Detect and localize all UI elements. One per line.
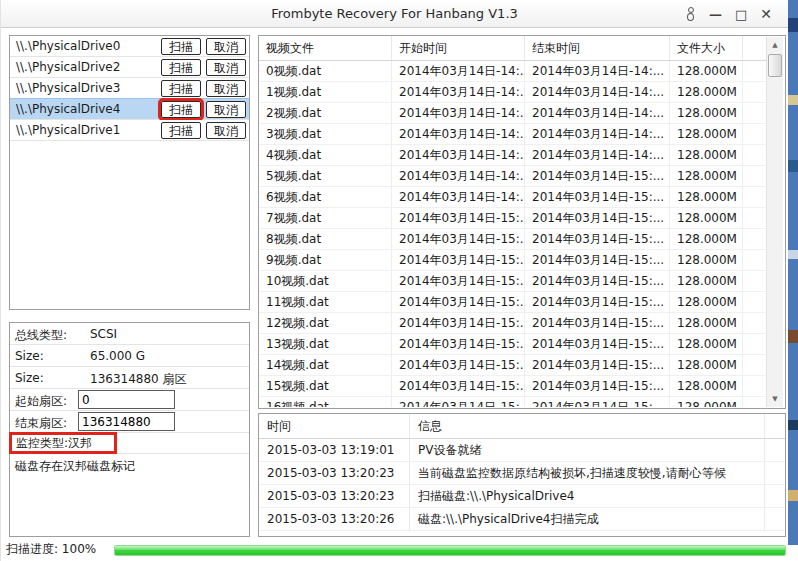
col-header-info: 信息 xyxy=(410,414,765,438)
cell-start-time: 2014年03月14日-15:... xyxy=(392,208,525,228)
maximize-button[interactable]: □ xyxy=(735,8,747,21)
drive-row[interactable]: \\.\PhysicalDrive1 扫描 取消 xyxy=(10,120,249,141)
video-file-row[interactable]: 14视频.dat 2014年03月14日-15:... 2014年03月14日-… xyxy=(259,355,766,376)
cell-filler xyxy=(743,397,766,407)
minimize-button[interactable]: — xyxy=(709,8,722,21)
cell-start-time: 2014年03月14日-14:... xyxy=(392,103,525,123)
end-sector-input[interactable] xyxy=(78,412,175,431)
video-file-row[interactable]: 2视频.dat 2014年03月14日-14:... 2014年03月14日-1… xyxy=(259,103,766,124)
file-table-scrollbar[interactable]: ▲ ▼ xyxy=(766,37,783,407)
cell-end-time: 2014年03月14日-14:... xyxy=(525,61,670,81)
size-sectors-row: Size: 136314880 扇区 xyxy=(10,367,249,389)
video-file-row[interactable]: 5视频.dat 2014年03月14日-14:... 2014年03月14日-1… xyxy=(259,166,766,187)
drive-row[interactable]: \\.\PhysicalDrive2 扫描 取消 xyxy=(10,57,249,78)
video-file-row[interactable]: 4视频.dat 2014年03月14日-14:... 2014年03月14日-1… xyxy=(259,145,766,166)
col-header-end-time: 结束时间 xyxy=(525,36,670,60)
cell-file-size: 128.000M xyxy=(670,313,743,333)
cell-filler xyxy=(743,103,766,123)
scan-button[interactable]: 扫描 xyxy=(161,122,201,139)
video-file-row[interactable]: 6视频.dat 2014年03月14日-14:... 2014年03月14日-1… xyxy=(259,187,766,208)
cell-log-info: 当前磁盘监控数据原结构被损坏,扫描速度较慢,请耐心等候 xyxy=(410,462,765,484)
drive-row[interactable]: \\.\PhysicalDrive0 扫描 取消 xyxy=(10,36,249,57)
video-file-row[interactable]: 1视频.dat 2014年03月14日-14:... 2014年03月14日-1… xyxy=(259,82,766,103)
cancel-button[interactable]: 取消 xyxy=(206,38,246,55)
cell-video-file: 5视频.dat xyxy=(259,166,392,186)
scan-button[interactable]: 扫描 xyxy=(161,38,201,55)
scrollbar-thumb[interactable] xyxy=(768,54,782,77)
cell-end-time: 2014年03月14日-15:... xyxy=(525,250,670,270)
cell-log-filler xyxy=(765,508,785,530)
cell-end-time: 2014年03月14日-14:... xyxy=(525,145,670,165)
col-header-video-file: 视频文件 xyxy=(259,36,392,60)
cell-start-time: 2014年03月14日-14:... xyxy=(392,124,525,144)
log-row[interactable]: 2015-03-03 13:20:23 当前磁盘监控数据原结构被损坏,扫描速度较… xyxy=(259,462,785,485)
cell-end-time: 2014年03月14日-15:... xyxy=(525,397,670,407)
cell-video-file: 7视频.dat xyxy=(259,208,392,228)
col-header-file-size: 文件大小 xyxy=(670,36,743,60)
size-sectors-value: 136314880 扇区 xyxy=(90,371,187,388)
cell-filler xyxy=(743,82,766,102)
video-file-row[interactable]: 3视频.dat 2014年03月14日-14:... 2014年03月14日-1… xyxy=(259,124,766,145)
cell-log-time: 2015-03-03 13:19:01 xyxy=(259,439,410,461)
disk-info-panel: 总线类型: SCSI Size: 65.000 G Size: 13631488… xyxy=(9,322,250,537)
cell-end-time: 2014年03月14日-14:... xyxy=(525,124,670,144)
cell-filler xyxy=(743,355,766,375)
cancel-button[interactable]: 取消 xyxy=(206,59,246,76)
drive-row[interactable]: \\.\PhysicalDrive4 扫描 取消 xyxy=(10,98,249,120)
cell-log-time: 2015-03-03 13:20:23 xyxy=(259,462,410,484)
cell-end-time: 2014年03月14日-15:... xyxy=(525,166,670,186)
video-file-row[interactable]: 16视频.dat 2014年03月14日-15:... 2014年03月14日-… xyxy=(259,397,766,407)
video-file-row[interactable]: 10视频.dat 2014年03月14日-15:... 2014年03月14日-… xyxy=(259,271,766,292)
video-file-row[interactable]: 13视频.dat 2014年03月14日-15:... 2014年03月14日-… xyxy=(259,334,766,355)
cell-log-time: 2015-03-03 13:20:26 xyxy=(259,508,410,530)
log-row[interactable]: 2015-03-03 13:20:23 扫描磁盘:\\.\PhysicalDri… xyxy=(259,485,785,508)
scroll-down-icon[interactable]: ▼ xyxy=(767,391,783,407)
video-file-row[interactable]: 7视频.dat 2014年03月14日-15:... 2014年03月14日-1… xyxy=(259,208,766,229)
video-file-row[interactable]: 11视频.dat 2014年03月14日-15:... 2014年03月14日-… xyxy=(259,292,766,313)
col-header-log-filler xyxy=(765,414,785,438)
scan-button[interactable]: 扫描 xyxy=(161,80,201,97)
cell-video-file: 2视频.dat xyxy=(259,103,392,123)
cell-file-size: 128.000M xyxy=(670,334,743,354)
size-gb-row: Size: 65.000 G xyxy=(10,345,249,367)
video-table-body: 0视频.dat 2014年03月14日-14:... 2014年03月14日-1… xyxy=(259,61,766,407)
start-sector-label: 起始扇区: xyxy=(15,393,67,410)
cell-video-file: 3视频.dat xyxy=(259,124,392,144)
start-sector-row: 起始扇区: xyxy=(10,389,249,411)
log-row[interactable]: 2015-03-03 13:20:26 磁盘:\\.\PhysicalDrive… xyxy=(259,508,785,531)
video-file-row[interactable]: 0视频.dat 2014年03月14日-14:... 2014年03月14日-1… xyxy=(259,61,766,82)
cancel-button[interactable]: 取消 xyxy=(206,101,246,118)
video-file-row[interactable]: 15视频.dat 2014年03月14日-15:... 2014年03月14日-… xyxy=(259,376,766,397)
cell-filler xyxy=(743,250,766,270)
cell-filler xyxy=(743,376,766,396)
cell-filler xyxy=(743,334,766,354)
window-controls: — □ ✕ xyxy=(687,0,772,28)
size-gb-label: Size: xyxy=(15,349,44,363)
scan-button[interactable]: 扫描 xyxy=(161,101,201,118)
app-window: Frombyte Recovery For Hanbang V1.3 — □ ✕… xyxy=(0,0,788,561)
cell-video-file: 1视频.dat xyxy=(259,82,392,102)
start-sector-input[interactable] xyxy=(78,390,175,409)
bus-type-label: 总线类型: xyxy=(15,327,67,344)
cell-video-file: 0视频.dat xyxy=(259,61,392,81)
cancel-button[interactable]: 取消 xyxy=(206,122,246,139)
cell-log-filler xyxy=(765,485,785,507)
scan-progress-fill xyxy=(115,546,785,555)
close-button[interactable]: ✕ xyxy=(760,7,772,21)
scan-button[interactable]: 扫描 xyxy=(161,59,201,76)
log-table-body: 2015-03-03 13:19:01 PV设备就绪 2015-03-03 13… xyxy=(259,439,785,531)
cell-video-file: 12视频.dat xyxy=(259,313,392,333)
cell-filler xyxy=(743,187,766,207)
cell-video-file: 9视频.dat xyxy=(259,250,392,270)
monitor-type-highlight: 监控类型:汉邦 xyxy=(9,432,117,454)
video-file-row[interactable]: 8视频.dat 2014年03月14日-15:... 2014年03月14日-1… xyxy=(259,229,766,250)
disk-mark-row: 磁盘存在汉邦磁盘标记 xyxy=(10,454,249,476)
log-row[interactable]: 2015-03-03 13:19:01 PV设备就绪 xyxy=(259,439,785,462)
drive-row[interactable]: \\.\PhysicalDrive3 扫描 取消 xyxy=(10,78,249,99)
cancel-button[interactable]: 取消 xyxy=(206,80,246,97)
video-file-row[interactable]: 12视频.dat 2014年03月14日-15:... 2014年03月14日-… xyxy=(259,313,766,334)
video-file-row[interactable]: 9视频.dat 2014年03月14日-15:... 2014年03月14日-1… xyxy=(259,250,766,271)
end-sector-label: 结束扇区: xyxy=(15,415,67,432)
scroll-up-icon[interactable]: ▲ xyxy=(767,37,783,53)
cell-start-time: 2014年03月14日-15:... xyxy=(392,313,525,333)
